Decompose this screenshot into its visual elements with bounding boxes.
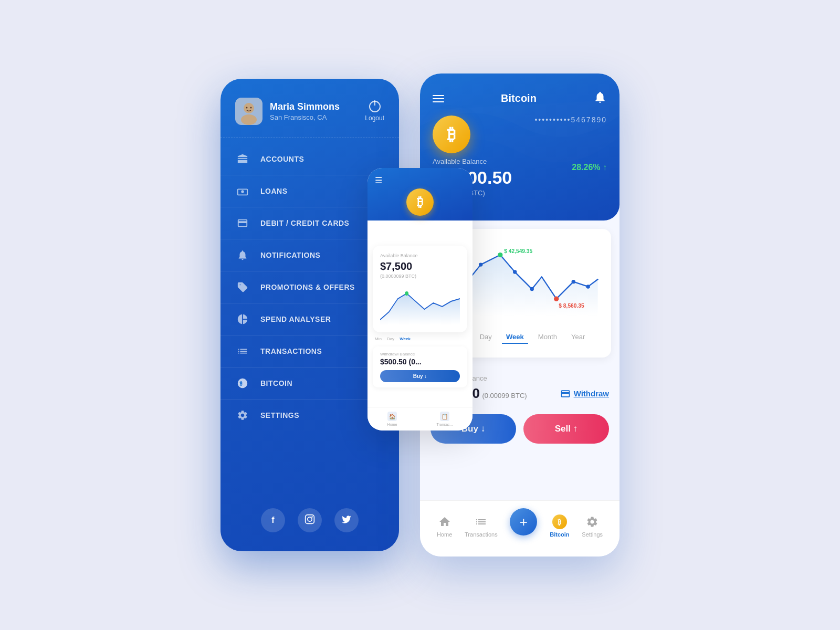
facebook-button[interactable]: f [261,508,285,532]
svg-point-9 [311,516,313,518]
hamburger-line-3 [433,101,444,102]
header-title: Bitcoin [501,92,537,104]
account-number: ••••••••••5467890 [534,116,607,124]
avatar-svg [235,98,262,125]
mini-withdraw-label: Withdrawl Balance [380,352,460,356]
transactions-icon [474,514,488,529]
chart-icon [235,312,250,327]
avatar-image [235,98,262,125]
svg-text:₿: ₿ [239,381,243,386]
menu-label-transactions: TRANSACTIONS [260,347,322,355]
mini-buy-button[interactable]: Buy ↓ [380,370,460,382]
mini-balance-amount: $7,500 [380,260,460,272]
profile-info: Maria Simmons San Fransisco, CA [270,101,365,121]
svg-point-2 [241,114,257,125]
bell-icon [235,248,250,262]
hamburger-icon[interactable] [433,95,444,102]
nav-add-button[interactable]: + [510,508,537,536]
twitter-button[interactable] [334,508,359,532]
mini-hamburger-icon[interactable]: ☰ [375,175,382,185]
svg-point-4 [250,107,252,109]
wallet-icon [235,184,250,198]
nav-settings[interactable]: Settings [582,514,603,538]
profile-section: Maria Simmons San Fransisco, CA Logout [220,79,399,138]
balance-change: 28.26% ↑ [572,163,607,172]
instagram-icon [304,514,315,527]
nav-home[interactable]: Home [437,514,452,538]
nav-bitcoin[interactable]: ₿ Bitcoin [550,514,569,538]
bank-icon [235,152,250,166]
menu-label-debit-credit: DEBIT / CREDIT CARDS [260,219,349,227]
profile-location: San Fransisco, CA [270,113,365,121]
nav-transactions[interactable]: Transactions [465,514,498,538]
mini-home-icon: 🏠 [387,412,397,421]
menu-label-promotions: PROMOTIONS & OFFERS [260,283,355,291]
mini-bottom-nav: 🏠 Home 📋 Transac... [368,407,472,430]
menu-label-settings: SETTINGS [260,411,299,419]
svg-point-18 [586,285,590,288]
mini-nav-transactions[interactable]: 📋 Transac... [437,412,453,426]
notification-bell-icon[interactable] [593,90,607,107]
svg-point-13 [498,253,502,257]
menu-label-accounts: ACCOUNTS [260,155,304,163]
power-icon [369,101,381,112]
list-icon [235,344,250,359]
right-header-top: Bitcoin [433,90,607,107]
svg-text:$ 8,560.35: $ 8,560.35 [559,303,584,309]
withdraw-button-label: Withdraw [574,389,609,398]
withdraw-btc: (0.00099 BTC) [482,392,527,400]
logout-button[interactable]: Logout [365,101,384,122]
mini-balance-label: Available Balance [380,253,460,258]
hamburger-line-2 [433,98,444,99]
mini-time-day[interactable]: Day [387,337,394,341]
nav-transactions-label: Transactions [465,531,498,538]
svg-rect-7 [306,515,314,524]
svg-text:$ 42,549.35: $ 42,549.35 [504,248,532,254]
social-links: f [220,508,399,532]
menu-label-bitcoin: BITCOIN [260,379,292,387]
instagram-button[interactable] [298,508,322,532]
settings-icon [585,514,600,529]
mini-btc-coin: ₿ [406,188,434,216]
mini-nav-home[interactable]: 🏠 Home [387,412,397,426]
mini-chart-area [380,283,460,325]
phone-middle: ☰ ₿ Available Balance $7,500 (0.0000099 … [368,168,472,430]
svg-point-8 [308,517,312,521]
svg-point-3 [246,107,248,109]
svg-point-14 [513,270,517,274]
menu-label-notifications: NOTIFICATIONS [260,251,320,259]
withdraw-button[interactable]: Withdraw [560,388,609,399]
tab-month[interactable]: Month [534,331,561,344]
mini-withdraw-card: Withdrawl Balance $500.50 (0... Buy ↓ [373,346,467,387]
menu-label-loans: LOANS [260,187,288,195]
tag-icon [235,280,250,295]
home-icon [437,514,452,529]
btc-icon: ₿ [235,376,250,391]
svg-point-17 [572,280,575,284]
tab-year[interactable]: Year [567,331,589,344]
mini-time-tabs: Min Day Week [368,337,472,341]
profile-name: Maria Simmons [270,101,365,112]
tab-day[interactable]: Day [476,331,496,344]
nav-home-label: Home [437,531,452,538]
sell-button[interactable]: Sell ↑ [523,414,609,444]
mini-header: ☰ ₿ [368,168,472,220]
svg-point-15 [530,287,534,291]
mini-time-week[interactable]: Week [400,337,411,341]
balance-label: Available Balance [433,158,512,165]
gear-icon [235,408,250,423]
mini-transactions-icon: 📋 [440,412,449,421]
card-icon [235,216,250,230]
svg-point-10 [405,291,408,296]
tab-week[interactable]: Week [502,331,528,344]
nav-bitcoin-label: Bitcoin [550,531,569,538]
mini-time-min[interactable]: Min [375,337,382,341]
avatar [235,98,262,125]
nav-settings-label: Settings [582,531,603,538]
svg-point-1 [244,103,254,113]
hamburger-line-1 [433,95,444,96]
mini-withdraw-amount: $500.50 (0... [380,358,460,366]
screens-container: Maria Simmons San Fransisco, CA Logout A… [220,74,620,556]
add-icon: + [520,514,528,530]
svg-point-12 [479,262,482,266]
